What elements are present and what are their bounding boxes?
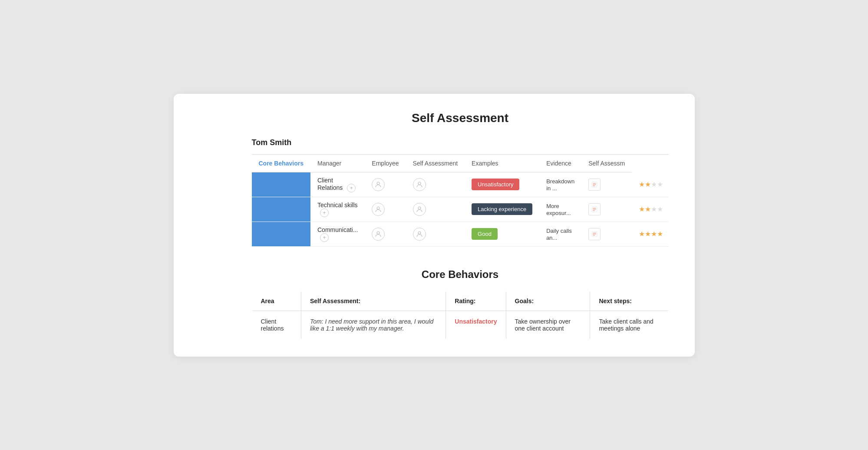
- goals-cell: Take ownership over one client account: [506, 311, 590, 339]
- manager-avatar-cell: [365, 222, 406, 246]
- col-header-manager: Manager: [310, 155, 365, 172]
- behavior-name: Client Relations: [317, 177, 343, 191]
- svg-point-6: [377, 232, 380, 234]
- employee-avatar: [413, 178, 426, 191]
- table-row: Client relationsTom: I need more support…: [252, 311, 668, 339]
- star-filled: ★: [645, 205, 651, 213]
- add-icon[interactable]: +: [320, 233, 329, 242]
- section-title: Core Behaviors: [252, 268, 669, 281]
- behavior-name-cell: Client Relations +: [310, 172, 365, 197]
- status-badge: Lacking experience: [472, 203, 532, 215]
- status-badge: Unsatisfactory: [472, 179, 519, 190]
- top-table: Core Behaviors Manager Employee Self Ass…: [252, 155, 669, 247]
- behavior-name-cell: Communicati... +: [310, 222, 365, 246]
- svg-point-4: [418, 207, 421, 209]
- next-steps-cell: Take client calls and meetings alone: [590, 311, 668, 339]
- top-table-wrapper: Core Behaviors Manager Employee Self Ass…: [252, 154, 669, 247]
- employee-avatar: [413, 203, 426, 216]
- manager-avatar: [372, 203, 385, 216]
- row-indicator: [252, 222, 310, 246]
- svg-point-1: [418, 182, 421, 185]
- table-row: Client Relations + UnsatisfactoryBreakdo…: [252, 172, 669, 197]
- bottom-table: Area Self Assessment: Rating: Goals: Nex…: [252, 291, 669, 339]
- manager-avatar: [372, 178, 385, 191]
- star-filled: ★: [645, 230, 651, 238]
- main-card: Self Assessment Tom Smith Core Behaviors…: [174, 94, 695, 357]
- examples-text: Breakdown in ...: [546, 178, 574, 192]
- star-filled: ★: [639, 230, 645, 238]
- stars-cell: ★★★★: [632, 197, 668, 222]
- stars-cell: ★★★★: [632, 222, 668, 246]
- stars-cell: ★★★★: [632, 172, 668, 197]
- bottom-col-next-steps: Next steps:: [590, 291, 668, 311]
- star-empty: ★: [651, 181, 657, 188]
- star-empty: ★: [657, 181, 663, 188]
- table-row: Technical skills + Lacking experienceMor…: [252, 197, 669, 222]
- manager-avatar: [372, 228, 385, 241]
- behavior-name: Communicati...: [317, 226, 358, 233]
- employee-avatar-cell: [406, 197, 465, 222]
- person-name: Tom Smith: [252, 138, 669, 147]
- col-header-employee: Employee: [365, 155, 406, 172]
- manager-avatar-cell: [365, 197, 406, 222]
- area-cell: Client relations: [252, 311, 301, 339]
- evidence-cell: [581, 222, 632, 246]
- employee-avatar-cell: [406, 222, 465, 246]
- svg-point-3: [377, 207, 380, 209]
- examples-cell: More exposur...: [539, 197, 581, 222]
- bottom-col-self-assessment: Self Assessment:: [301, 291, 446, 311]
- row-indicator: [252, 197, 310, 222]
- self-assessment-text: Tom: I need more support in this area, I…: [310, 318, 433, 332]
- add-icon[interactable]: +: [347, 184, 356, 192]
- status-badge-cell: Lacking experience: [465, 197, 539, 222]
- star-empty: ★: [651, 205, 657, 213]
- row-indicator: [252, 172, 310, 197]
- star-filled: ★: [645, 181, 651, 188]
- evidence-icon[interactable]: [588, 203, 601, 215]
- col-header-evidence: Evidence: [539, 155, 581, 172]
- table-row: Communicati... + GoodDaily calls an... ★…: [252, 222, 669, 246]
- behavior-name-cell: Technical skills +: [310, 197, 365, 222]
- col-header-examples: Examples: [465, 155, 539, 172]
- col-header-behaviors: Core Behaviors: [252, 155, 310, 172]
- examples-cell: Breakdown in ...: [539, 172, 581, 197]
- employee-avatar-cell: [406, 172, 465, 197]
- star-empty: ★: [657, 205, 663, 213]
- examples-text: More exposur...: [546, 203, 571, 216]
- evidence-cell: [581, 197, 632, 222]
- rating-value: Unsatisfactory: [455, 318, 497, 325]
- star-filled: ★: [639, 205, 645, 213]
- self-assessment-cell: Tom: I need more support in this area, I…: [301, 311, 446, 339]
- bottom-col-rating: Rating:: [446, 291, 506, 311]
- star-filled: ★: [657, 230, 663, 238]
- evidence-cell: [581, 172, 632, 197]
- star-filled: ★: [639, 181, 645, 188]
- add-icon[interactable]: +: [320, 208, 329, 217]
- evidence-icon[interactable]: [588, 179, 601, 191]
- col-header-self-assessm: Self Assessm: [581, 155, 632, 172]
- svg-point-0: [377, 182, 380, 185]
- manager-avatar-cell: [365, 172, 406, 197]
- status-badge-cell: Unsatisfactory: [465, 172, 539, 197]
- svg-point-7: [418, 232, 421, 234]
- evidence-icon[interactable]: [588, 228, 601, 240]
- col-header-self-assessment: Self Assessment: [406, 155, 465, 172]
- rating-cell: Unsatisfactory: [446, 311, 506, 339]
- bottom-col-area: Area: [252, 291, 301, 311]
- star-filled: ★: [651, 230, 657, 238]
- bottom-col-goals: Goals:: [506, 291, 590, 311]
- page-title: Self Assessment: [252, 111, 669, 125]
- examples-cell: Daily calls an...: [539, 222, 581, 246]
- examples-text: Daily calls an...: [546, 228, 572, 241]
- behavior-name: Technical skills: [317, 202, 358, 208]
- status-badge: Good: [472, 228, 498, 240]
- employee-avatar: [413, 228, 426, 241]
- status-badge-cell: Good: [465, 222, 539, 246]
